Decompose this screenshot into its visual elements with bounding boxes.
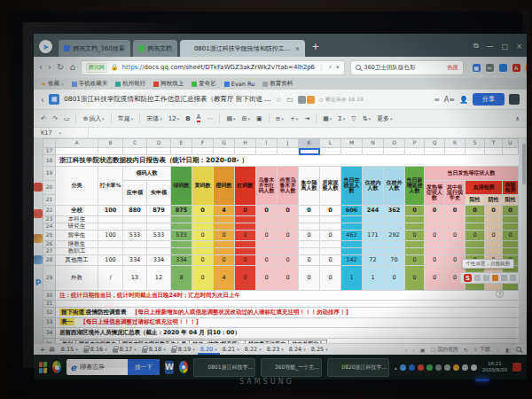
chevron-down-icon[interactable]: ▾ (303, 347, 306, 352)
sheet-cell[interactable]: 0 (320, 205, 341, 215)
sheet-cell[interactable]: 0 (192, 266, 214, 291)
sheet-cell[interactable] (341, 240, 363, 247)
tray-icon[interactable] (409, 364, 415, 371)
sheet-cell[interactable] (214, 240, 235, 247)
desktop-shortcut-icon[interactable] (34, 234, 43, 243)
font-family-select[interactable]: 宋体▾ (146, 114, 162, 123)
bookmark-item[interactable]: 网校线上 (153, 80, 184, 88)
extension-icon[interactable]: ▦ (473, 64, 481, 72)
cell-name-box[interactable]: K17▾ (34, 128, 89, 137)
category-cell[interactable]: 继教生 (56, 240, 98, 247)
chevron-down-icon[interactable]: ▾ (215, 347, 217, 352)
sheet-note-cell[interactable]: 表一 【每日上报信息调整过请标红填充注明！！！】 (56, 317, 519, 327)
sheet-cell[interactable] (445, 223, 466, 230)
borders-icon[interactable]: ⊞▾ (242, 115, 250, 122)
ime-tool-icon[interactable] (501, 275, 507, 281)
header-cell[interactable]: 血清检测 (466, 181, 503, 195)
sheet-cell[interactable]: 1 (363, 266, 384, 291)
sheet-cell[interactable] (384, 223, 405, 230)
sheet-cell[interactable] (192, 248, 214, 255)
sheet-cell[interactable] (384, 248, 405, 255)
sheet-cell[interactable] (214, 148, 235, 155)
sheet-cell[interactable] (485, 248, 503, 255)
column-header[interactable]: Q (425, 139, 445, 148)
column-header[interactable]: N (363, 139, 384, 148)
header-cell[interactable]: 实申领 (147, 181, 171, 206)
sheet-cell[interactable] (235, 240, 256, 247)
sheet-tab[interactable]: 8.23▾ (264, 344, 286, 355)
sheet-cell[interactable] (256, 248, 278, 255)
column-header[interactable]: U (503, 139, 519, 148)
header-cell[interactable]: 核酸检测 (503, 181, 519, 195)
sheet-cell[interactable] (278, 248, 299, 255)
sheet-cell[interactable] (445, 240, 466, 247)
sheet-cell[interactable] (278, 215, 299, 223)
tab-scroll-right-icon[interactable]: › (412, 347, 414, 353)
category-cell[interactable]: 外教 (56, 266, 98, 291)
sheet-cell[interactable]: 8 (171, 266, 192, 291)
sheet-cell[interactable] (405, 248, 425, 255)
sheet-cell[interactable] (466, 240, 485, 247)
sheet-cell[interactable]: 1 (341, 266, 363, 291)
sheet-cell[interactable] (299, 215, 320, 223)
category-cell[interactable]: 其他用工 (56, 255, 98, 266)
sheet-cell[interactable] (405, 148, 425, 155)
header-cell[interactable]: 乌鲁木齐市红码人数 (256, 167, 278, 206)
sheet-cell[interactable] (425, 248, 445, 255)
sheet-cell[interactable] (445, 148, 466, 155)
sheet-cell[interactable] (363, 148, 384, 155)
sheet-cell[interactable] (445, 248, 466, 255)
360-browser-icon[interactable] (52, 361, 61, 373)
sheet-cell[interactable] (299, 240, 320, 247)
sheet-cell[interactable]: 0 (214, 255, 235, 266)
sheet-cell[interactable]: 0 (235, 266, 256, 291)
sheet-cell[interactable]: 0 (320, 255, 341, 266)
sheet-cell[interactable]: 72 (363, 255, 384, 266)
sheet-cell[interactable] (256, 215, 278, 223)
find-icon[interactable] (499, 64, 507, 72)
sheet-cell[interactable] (425, 215, 445, 223)
help-button[interactable]: ? (496, 290, 504, 298)
select-all-corner[interactable] (43, 139, 56, 148)
category-cell[interactable]: 本科生 (56, 215, 98, 223)
share-button[interactable]: 分享 (473, 93, 505, 106)
column-header[interactable]: J (278, 139, 299, 148)
sheet-cell[interactable]: 0 (278, 266, 299, 291)
bookmark-item[interactable]: 杭州银行 (115, 80, 145, 88)
sheet-cell[interactable] (214, 223, 235, 230)
sheet-cell[interactable] (384, 215, 405, 223)
sheet-cell[interactable]: 100 (98, 255, 123, 266)
chevron-down-icon[interactable]: ▾ (75, 347, 78, 352)
sheet-cell[interactable]: 0 (466, 230, 485, 240)
collapse-toolbar-icon[interactable]: ∧ (515, 115, 520, 122)
sheet-cell[interactable]: 171 (363, 230, 384, 240)
column-header[interactable]: R (445, 139, 466, 148)
taskbar-window-button[interactable]: 360导航_一个主... (261, 358, 322, 377)
sheet-tab[interactable]: 8.25▾ (309, 344, 331, 355)
bookmark-item[interactable]: 教育资料 (262, 80, 293, 88)
sheet-cell[interactable]: 0 (425, 205, 445, 215)
sheet-cell[interactable] (98, 223, 123, 230)
sheet-cell[interactable] (98, 240, 123, 247)
sheet-cell[interactable]: 0 (405, 230, 425, 240)
filter-icon[interactable]: ▽ (351, 115, 356, 122)
browser-tab[interactable]: 腾讯文档 (133, 40, 177, 57)
sheet-cell[interactable] (405, 223, 425, 230)
page-tools-icon[interactable]: ⋮ (318, 64, 325, 71)
sheet-cell[interactable]: 0 (299, 255, 320, 266)
ime-tool-icon[interactable] (492, 275, 498, 281)
sheet-tab[interactable]: 8.16▾ (81, 344, 110, 355)
sheet-cell[interactable] (363, 240, 384, 247)
sheet-cell[interactable] (363, 215, 384, 223)
more-format-icon[interactable]: ⋯ (207, 115, 213, 122)
word-app-icon[interactable]: W (165, 361, 175, 374)
sheet-cell[interactable] (425, 148, 445, 155)
sheet-cell[interactable] (299, 148, 320, 155)
wrap-text-icon[interactable]: ⇥ (304, 115, 309, 122)
sheet-cell[interactable] (123, 148, 147, 155)
vertical-scrollbar[interactable] (521, 138, 527, 343)
sheet-cell[interactable]: 0 (192, 230, 214, 240)
sheet-note-cell[interactable]: 留下街道疫情防控调查表 【每日上报新增加的人或信息调整状况改动过的人请标红填充注… (56, 307, 519, 317)
column-header[interactable]: H (235, 139, 256, 148)
conditional-format-icon[interactable]: ▦▾ (323, 115, 332, 122)
